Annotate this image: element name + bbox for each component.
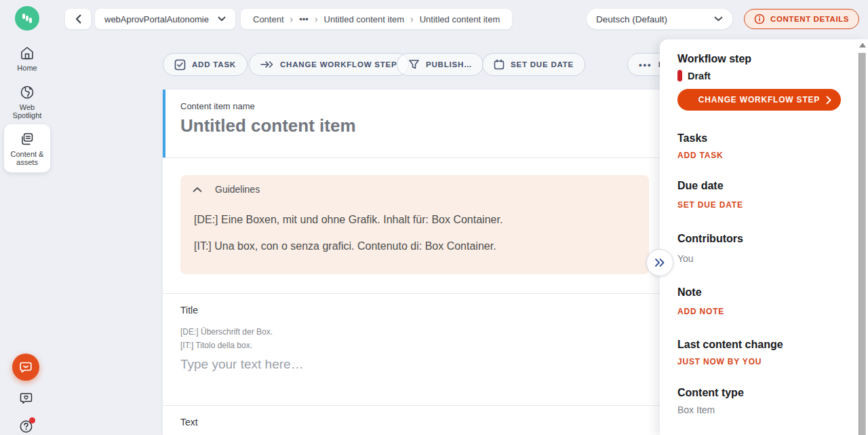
- guidelines-box: Guidelines [DE:] Eine Boxen, mit und ohn…: [180, 175, 649, 274]
- add-task-link[interactable]: ADD TASK: [677, 151, 724, 160]
- sidebar-label-web-spotlight: Web Spotlight: [5, 103, 49, 119]
- globe-icon: [19, 84, 35, 100]
- change-workflow-step-panel-label: CHANGE WORKFLOW STEP: [698, 95, 820, 105]
- change-workflow-step-label: CHANGE WORKFLOW STEP: [280, 60, 397, 69]
- title-text-input[interactable]: Type your text here…: [180, 357, 304, 372]
- chevron-left-icon: [75, 14, 81, 24]
- heart-bubble-icon: [19, 392, 33, 406]
- add-task-label: ADD TASK: [192, 60, 236, 69]
- sidebar-item-home[interactable]: Home: [0, 45, 54, 72]
- language-selected-value: Deutsch (Default): [596, 14, 667, 24]
- focused-element-bar: [163, 90, 165, 157]
- breadcrumb-content[interactable]: Content: [253, 14, 284, 24]
- chevron-right-icon: ›: [290, 14, 294, 24]
- title-field-hint-it: [IT:] Titolo della box.: [180, 341, 252, 350]
- add-task-button[interactable]: ADD TASK: [163, 53, 248, 76]
- workflow-step-heading: Workflow step: [677, 53, 751, 65]
- back-button[interactable]: [65, 9, 91, 29]
- breadcrumb-parent-item[interactable]: Untitled content item: [324, 14, 405, 24]
- set-due-date-label: SET DUE DATE: [511, 60, 574, 69]
- project-switcher[interactable]: webAprovPortalAutonomie: [95, 9, 235, 29]
- kontent-logo-icon: [20, 12, 34, 25]
- chevron-right-icon: ›: [315, 14, 318, 24]
- title-field-hint-de: [DE:] Überschrift der Box.: [180, 327, 273, 337]
- content-pages-icon: [19, 131, 35, 147]
- feedback-button[interactable]: [19, 392, 33, 409]
- project-name: webAprovPortalAutonomie: [104, 14, 209, 24]
- help-button[interactable]: [19, 419, 33, 435]
- last-content-change-link[interactable]: JUST NOW BY YOU: [677, 357, 762, 366]
- publish-label: PUBLISH…: [426, 60, 472, 69]
- language-selector[interactable]: Deutsch (Default): [587, 9, 732, 29]
- panel-scrollbar[interactable]: [859, 53, 866, 435]
- workflow-status-row: Draft: [677, 70, 711, 81]
- chevron-right-icon: [826, 96, 831, 105]
- content-details-button[interactable]: CONTENT DETAILS: [744, 9, 859, 29]
- ellipsis-icon: •••: [639, 60, 652, 70]
- contributors-value: You: [677, 253, 694, 264]
- add-note-link[interactable]: ADD NOTE: [677, 307, 724, 316]
- content-type-value: Box Item: [677, 404, 715, 415]
- publish-button[interactable]: PUBLISH…: [397, 53, 484, 76]
- double-arrow-right-icon: [260, 60, 274, 69]
- chevron-down-icon: [714, 16, 723, 22]
- double-chevron-right-icon: [654, 258, 665, 267]
- calendar-icon: [494, 59, 505, 70]
- sidebar-label-home: Home: [17, 64, 37, 72]
- chevron-right-icon: ›: [410, 14, 414, 24]
- support-chat-button[interactable]: [12, 354, 39, 381]
- scrollbar-up-arrow[interactable]: [859, 43, 866, 48]
- section-divider: [163, 293, 660, 294]
- content-item-name-label: Content item name: [180, 101, 255, 111]
- section-divider: [163, 405, 660, 406]
- title-field-label: Title: [180, 305, 198, 316]
- draft-status-indicator: [677, 70, 682, 81]
- breadcrumb: Content › ••• › Untitled content item › …: [241, 9, 512, 29]
- guidelines-collapse-toggle[interactable]: Guidelines: [193, 184, 260, 195]
- guideline-text-de: [DE:] Eine Boxen, mit und ohne Grafik. I…: [194, 214, 502, 226]
- section-divider: [163, 157, 660, 158]
- set-due-date-button[interactable]: SET DUE DATE: [482, 53, 585, 76]
- content-editor-card: Content item name Untitled content item …: [163, 90, 660, 435]
- chevron-up-icon: [193, 187, 202, 193]
- content-details-label: CONTENT DETAILS: [770, 15, 849, 23]
- content-details-panel: Workflow step Draft CHANGE WORKFLOW STEP…: [660, 39, 868, 435]
- change-workflow-step-button[interactable]: CHANGE WORKFLOW STEP: [249, 53, 409, 76]
- note-heading: Note: [677, 286, 702, 299]
- info-icon: [754, 14, 765, 24]
- set-due-date-link[interactable]: SET DUE DATE: [677, 200, 743, 210]
- contributors-heading: Contributors: [677, 233, 743, 245]
- breadcrumb-current-item: Untitled content item: [420, 14, 500, 24]
- collapse-panel-button[interactable]: [646, 249, 673, 276]
- text-field-label: Text: [180, 417, 198, 428]
- chevron-down-icon: [218, 16, 226, 22]
- checkbox-check-icon: [174, 59, 186, 71]
- sidebar-item-content-assets[interactable]: Content & assets: [4, 124, 50, 172]
- last-content-change-heading: Last content change: [677, 339, 783, 351]
- content-item-name-input[interactable]: Untitled content item: [180, 115, 356, 136]
- home-icon: [19, 45, 35, 61]
- app-logo[interactable]: [15, 6, 39, 31]
- breadcrumb-collapsed[interactable]: •••: [299, 14, 309, 24]
- due-date-heading: Due date: [677, 180, 724, 192]
- notification-dot: [29, 417, 35, 423]
- guideline-text-it: [IT:] Una box, con o senza grafici. Cont…: [194, 240, 496, 252]
- chat-smile-icon: [19, 360, 33, 374]
- guidelines-title: Guidelines: [215, 184, 260, 195]
- workflow-status-value: Draft: [688, 71, 711, 81]
- change-workflow-step-panel-button[interactable]: CHANGE WORKFLOW STEP: [677, 89, 841, 111]
- content-type-heading: Content type: [677, 387, 744, 399]
- tasks-heading: Tasks: [677, 132, 707, 145]
- sidebar-label-content-assets: Content & assets: [7, 150, 47, 166]
- sidebar-item-web-spotlight[interactable]: Web Spotlight: [0, 84, 54, 119]
- funnel-icon: [408, 59, 420, 70]
